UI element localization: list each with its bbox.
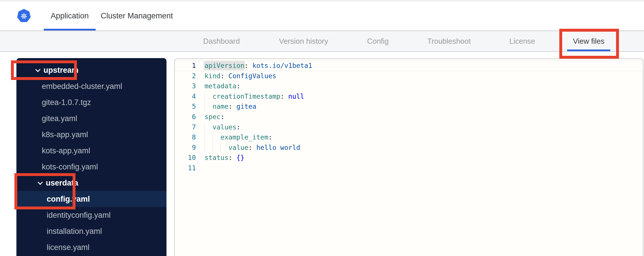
code-line[interactable]: 11 (175, 163, 643, 173)
line-number: 9 (175, 143, 196, 153)
yaml-key: creationTimestamp (213, 93, 280, 100)
line-number: 10 (175, 153, 196, 163)
yaml-key: metadata (204, 82, 236, 90)
kots-admin-console: Application Cluster Management Dashboard… (0, 0, 644, 256)
yaml-value: kots.io/v1beta1 (248, 62, 312, 69)
subnav-item-view-files[interactable]: View files (573, 37, 604, 46)
line-number: 11 (175, 163, 196, 173)
yaml-value: gitea (232, 103, 256, 110)
code-line[interactable]: 2 kind: ConfigValues (175, 71, 643, 81)
kubernetes-logo-icon (17, 9, 31, 23)
yaml-key: status (204, 154, 228, 161)
yaml-key: kind (204, 72, 220, 80)
code-editor[interactable]: 1 apiVersion: kots.io/v1beta1 2 kind: Co… (174, 58, 643, 256)
tab-cluster-management[interactable]: Cluster Management (98, 1, 176, 30)
yaml-key: apiVersion (204, 62, 244, 69)
tree-file-label: gitea-1.0.7.tgz (42, 98, 91, 107)
tree-file-label: kots-config.yaml (42, 163, 98, 171)
indent-guide (213, 143, 221, 153)
tree-file-gitea-tgz[interactable]: gitea-1.0.7.tgz (16, 94, 166, 110)
tree-file-label: gitea.yaml (42, 114, 77, 123)
subnav-item-version-history[interactable]: Version history (279, 37, 328, 46)
tab-application[interactable]: Application (44, 1, 96, 30)
tree-file-k8s-app-yaml[interactable]: k8s-app.yaml (16, 127, 166, 143)
tree-file-label: license.yaml (47, 243, 90, 252)
indent-guide (204, 102, 213, 112)
tab-application-label: Application (51, 12, 89, 20)
yaml-key: example_item (220, 133, 268, 141)
code-line[interactable]: 7 values: (175, 122, 643, 133)
line-number: 3 (175, 81, 196, 91)
line-number: 6 (175, 112, 196, 122)
yaml-value: {} (232, 154, 245, 161)
file-tree-sidebar: upstream embedded-cluster.yaml gitea-1.0… (16, 58, 166, 256)
indent-guide (204, 91, 213, 102)
tree-file-installation-yaml[interactable]: installation.yaml (16, 223, 166, 239)
indent-guide (204, 122, 213, 132)
chevron-down-icon (37, 179, 43, 185)
yaml-key: value (228, 144, 248, 151)
code-line[interactable]: 4 creationTimestamp: null (175, 91, 643, 102)
tree-folder-userdata[interactable]: userdata (16, 175, 166, 191)
yaml-key: values (213, 123, 236, 131)
app-subnav: Dashboard Version history Config Trouble… (0, 30, 644, 52)
subnav-item-config[interactable]: Config (367, 37, 389, 46)
code-line[interactable]: 6 spec: (175, 112, 643, 122)
line-number: 5 (175, 102, 196, 112)
line-number: 7 (175, 122, 196, 133)
tree-file-label: kots-app.yaml (42, 146, 90, 155)
indent-guide (213, 132, 221, 142)
subnav-item-troubleshoot[interactable]: Troubleshoot (427, 37, 471, 46)
tree-file-label: identityconfig.yaml (47, 211, 111, 220)
subnav-item-dashboard[interactable]: Dashboard (203, 37, 240, 46)
tree-file-gitea-yaml[interactable]: gitea.yaml (16, 110, 166, 127)
yaml-value: hello world (252, 144, 300, 151)
tree-file-kots-config-yaml[interactable]: kots-config.yaml (16, 159, 166, 175)
line-number: 4 (175, 91, 196, 102)
line-number: 1 (175, 61, 196, 71)
tree-folder-upstream[interactable]: upstream (16, 62, 166, 78)
line-number: 2 (175, 71, 196, 81)
code-line[interactable]: 10 status: {} (175, 153, 643, 163)
code-line[interactable]: 1 apiVersion: kots.io/v1beta1 (175, 61, 643, 71)
subnav-active-underline (567, 49, 610, 51)
yaml-key: spec (204, 113, 220, 121)
tree-file-identityconfig-yaml[interactable]: identityconfig.yaml (16, 207, 166, 223)
tree-file-config-yaml-selected[interactable]: config.yaml (16, 191, 166, 207)
indent-guide (204, 132, 213, 142)
tree-folder-label: upstream (43, 66, 79, 75)
code-line[interactable]: 3 metadata: (175, 81, 643, 91)
tree-file-label: k8s-app.yaml (42, 130, 88, 139)
code-line[interactable]: 8 example_item: (175, 132, 643, 143)
subnav-item-license[interactable]: License (509, 37, 535, 46)
tree-file-label: installation.yaml (47, 227, 102, 236)
yaml-value: null (284, 93, 304, 100)
tree-file-embedded-cluster-yaml[interactable]: embedded-cluster.yaml (16, 78, 166, 94)
code-line[interactable]: 9 value: hello world (175, 143, 643, 153)
yaml-value: ConfigValues (224, 72, 276, 80)
app-header: Application Cluster Management (0, 1, 644, 30)
chevron-down-icon (35, 67, 40, 72)
tab-cluster-management-label: Cluster Management (101, 12, 173, 20)
tree-file-kots-app-yaml[interactable]: kots-app.yaml (16, 143, 166, 159)
line-number: 8 (175, 132, 196, 143)
yaml-key: name (213, 103, 228, 110)
tree-file-license-yaml[interactable]: license.yaml (16, 239, 166, 255)
indent-guide (204, 143, 213, 153)
indent-guide (220, 143, 228, 153)
tree-folder-label: userdata (46, 179, 78, 188)
tree-file-label: config.yaml (47, 195, 90, 204)
code-line[interactable]: 5 name: gitea (175, 102, 643, 112)
tree-file-label: embedded-cluster.yaml (42, 82, 122, 91)
